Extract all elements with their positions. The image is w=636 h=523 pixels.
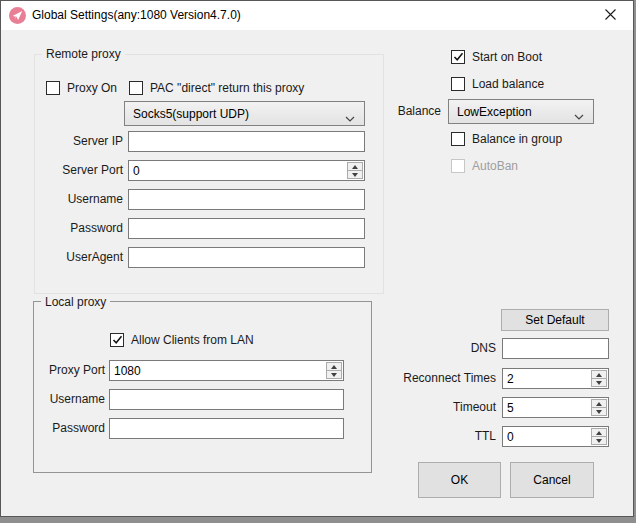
ok-label: OK [451,473,468,487]
global-settings-dialog: Global Settings(any:1080 Version4.7.0) R… [0,0,634,517]
triangle-up-icon [596,402,602,406]
spinner-down-button[interactable] [591,407,607,416]
pac-direct-label: PAC "direct" return this proxy [150,81,304,95]
pac-direct-checkbox[interactable]: PAC "direct" return this proxy [129,80,304,95]
server-port-field [128,160,365,181]
local-username-input[interactable] [109,389,344,410]
load-balance-checkbox[interactable]: Load balance [451,76,544,91]
local-proxy-group-label: Local proxy [41,295,110,309]
triangle-up-icon [596,431,602,435]
spinner-down-button[interactable] [591,378,607,387]
remote-username-input[interactable] [128,189,365,210]
spinner-down-button[interactable] [347,170,363,179]
server-port-spinner [347,162,363,179]
cancel-button[interactable]: Cancel [510,462,594,498]
proxy-on-checkbox[interactable]: Proxy On [46,80,117,95]
paper-plane-app-icon [9,7,26,24]
ttl-spinner [591,428,607,445]
reconnect-times-label: Reconnect Times [386,368,496,389]
checkbox-box [451,77,465,91]
triangle-down-icon [596,439,602,443]
spinner-down-button[interactable] [326,370,342,379]
proxy-port-spinner [326,362,342,379]
triangle-up-icon [331,365,337,369]
server-port-input[interactable] [129,161,344,180]
local-proxy-group [33,301,372,473]
triangle-down-icon [352,173,358,177]
reconnect-times-input[interactable] [503,369,588,388]
ok-button[interactable]: OK [418,462,501,498]
timeout-label: Timeout [396,397,496,418]
triangle-down-icon [596,381,602,385]
balance-in-group-label: Balance in group [472,132,562,146]
protocol-dropdown-value: Socks5(support UDP) [133,107,249,121]
close-icon [604,7,617,25]
chevron-down-icon [345,111,355,125]
balance-dropdown[interactable]: LowException [448,99,594,124]
close-button[interactable] [588,1,633,30]
remote-proxy-group-label: Remote proxy [42,47,125,61]
balance-label: Balance [386,101,441,122]
check-icon [453,51,464,62]
chevron-down-icon [574,109,584,123]
server-ip-input[interactable] [128,131,365,152]
ttl-field [502,426,609,447]
ttl-label: TTL [396,426,496,447]
balance-in-group-checkbox[interactable]: Balance in group [451,131,562,146]
protocol-dropdown[interactable]: Socks5(support UDP) [124,101,365,126]
server-port-label: Server Port [31,160,123,181]
remote-username-label: Username [31,189,123,210]
triangle-up-icon [352,165,358,169]
reconnect-times-field [502,368,609,389]
triangle-up-icon [596,373,602,377]
timeout-field [502,397,609,418]
local-username-label: Username [31,389,105,410]
checkbox-box [110,333,124,347]
cancel-label: Cancel [533,473,570,487]
triangle-down-icon [596,410,602,414]
screenshot-stage: Global Settings(any:1080 Version4.7.0) R… [0,0,636,523]
start-on-boot-label: Start on Boot [472,50,542,64]
checkbox-box [451,132,465,146]
timeout-input[interactable] [503,398,588,417]
balance-dropdown-value: LowException [457,105,532,119]
allow-lan-checkbox[interactable]: Allow Clients from LAN [110,332,254,347]
remote-password-label: Password [31,218,123,239]
checkbox-box [451,159,465,173]
window-title: Global Settings(any:1080 Version4.7.0) [32,1,241,30]
dns-input[interactable] [502,338,609,359]
start-on-boot-checkbox[interactable]: Start on Boot [451,49,542,64]
checkbox-box [451,50,465,64]
title-bar[interactable]: Global Settings(any:1080 Version4.7.0) [1,1,633,30]
set-default-button[interactable]: Set Default [501,309,609,331]
reconnect-times-spinner [591,370,607,387]
spinner-down-button[interactable] [591,436,607,445]
checkbox-box [46,81,60,95]
allow-lan-label: Allow Clients from LAN [131,333,254,347]
remote-password-input[interactable] [128,218,365,239]
local-password-label: Password [31,418,105,439]
proxy-on-label: Proxy On [67,81,117,95]
timeout-spinner [591,399,607,416]
useragent-input[interactable] [128,247,365,268]
checkbox-box [129,81,143,95]
proxy-port-input[interactable] [110,361,323,380]
triangle-down-icon [331,373,337,377]
load-balance-label: Load balance [472,77,544,91]
proxy-port-label: Proxy Port [31,360,105,381]
check-icon [112,334,123,345]
ttl-input[interactable] [503,427,588,446]
set-default-label: Set Default [525,313,584,327]
dns-label: DNS [396,338,496,359]
useragent-label: UserAgent [31,247,123,268]
autoban-label: AutoBan [472,159,518,173]
autoban-checkbox: AutoBan [451,158,518,173]
server-ip-label: Server IP [31,131,123,152]
local-password-input[interactable] [109,418,344,439]
proxy-port-field [109,360,344,381]
